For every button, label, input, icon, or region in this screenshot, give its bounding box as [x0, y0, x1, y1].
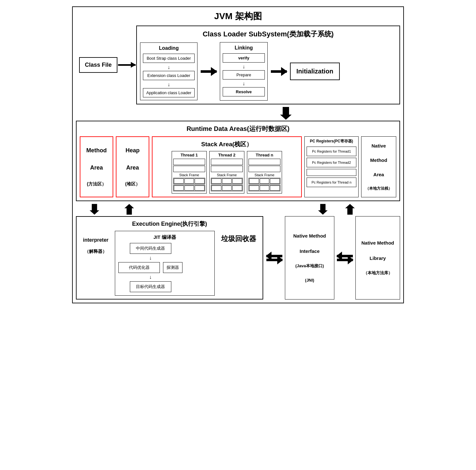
jit-item-2: 代码优化器	[118, 262, 160, 273]
pc-item-spacer	[307, 169, 356, 176]
heap-area-box: Heap Area (堆区）	[116, 136, 149, 197]
loading-title: Loading	[143, 45, 195, 51]
pc-down-arrow	[318, 204, 328, 215]
classloader-section: Class Loader SubSystem(类加载子系统) Loading B…	[136, 26, 400, 104]
thread-n-label: Thread n	[249, 153, 280, 157]
probe-box: 探测器	[163, 262, 182, 273]
execution-title: Execution Engine(执行引擎)	[80, 220, 259, 228]
runtime-title: Runtime Data Areas(运行时数据区)	[80, 125, 396, 133]
pc-registers-box: PC Registers(PC寄存器) Pc Registers for Thr…	[304, 136, 359, 197]
execution-section: Execution Engine(执行引擎) interpreter （解释器）…	[76, 216, 263, 299]
native-interface-box: Native Method Interface (Java本地接口) (JNI)	[285, 216, 334, 299]
stack-frame-1: Stack Frame	[173, 173, 205, 177]
linking-box: Linking verify ↓ Prepare ↓ Resolve	[220, 42, 268, 101]
init-box: Initialization	[290, 63, 340, 80]
linking-to-init-arrow	[271, 70, 287, 73]
runtime-section: Runtime Data Areas(运行时数据区) Method Area (…	[76, 121, 400, 201]
pc-item-2: Pc Registers for Thread2	[307, 158, 356, 167]
heap-area-up-arrow	[124, 204, 134, 215]
thread-1-col: Thread 1 Stack Frame	[172, 151, 207, 193]
method-area-box: Method Area (方法区）	[80, 136, 113, 197]
jit-title: JIT 编译器	[118, 234, 211, 240]
resolve-item: Resolve	[223, 87, 265, 96]
jit-item-3: 目标代码生成器	[130, 281, 171, 292]
interpreter-box: interpreter （解释器）	[80, 231, 112, 261]
stack-title: Stack Area(栈区）	[156, 140, 298, 148]
svg-marker-1	[90, 204, 99, 215]
application-loader: Application class Loader	[143, 88, 195, 97]
classloader-to-runtime-arrow	[172, 107, 400, 120]
native-library-box: Native Method Library （本地方法库）	[355, 216, 400, 299]
linking-title: Linking	[223, 45, 265, 51]
thread-2-label: Thread 2	[211, 153, 243, 157]
verify-item: verify	[223, 53, 265, 63]
stack-frame-n: Stack Frame	[249, 173, 280, 177]
native-up-arrow	[345, 204, 355, 215]
thread-n-col: Thread n Stack Frame	[247, 151, 282, 193]
extension-loader: Extension class Loader	[143, 71, 195, 80]
classloader-title: Class Loader SubSystem(类加载子系统)	[140, 29, 396, 39]
loading-box: Loading Boot Strap class Loader ↓ Extens…	[140, 42, 197, 100]
classfile-label: Class File	[79, 57, 117, 73]
thread-1-label: Thread 1	[173, 153, 205, 157]
jit-item-1: 中间代码生成器	[130, 243, 171, 254]
stack-area-box: Stack Area(栈区） Thread 1 Stack Frame	[152, 136, 302, 197]
jit-section: JIT 编译器 中间代码生成器 ↓ 代码优化器 探测器 ↓ 目标代码生成器	[115, 231, 215, 296]
page-title: JVM 架构图	[76, 10, 400, 22]
bootstrap-loader: Boot Strap class Loader	[143, 54, 195, 63]
svg-marker-4	[345, 204, 355, 215]
pc-title: PC Registers(PC寄存器)	[307, 139, 356, 144]
loading-to-linking-arrow	[201, 70, 217, 73]
garbage-box: 垃圾回收器	[218, 231, 259, 247]
pc-item-1: Pc Registers for Thread1	[307, 147, 356, 156]
svg-marker-0	[280, 107, 292, 120]
pc-item-3: Pc Registers for Thread n	[307, 178, 356, 187]
thread-2-col: Thread 2 Stack Frame	[209, 151, 244, 193]
method-area-down-arrow	[90, 204, 99, 215]
prepare-item: Prepare	[223, 70, 265, 80]
native-method-area-box: Native Method Area （本地方法栈）	[361, 136, 396, 197]
svg-marker-3	[318, 204, 328, 215]
stack-frame-2: Stack Frame	[211, 173, 243, 177]
svg-marker-2	[124, 204, 134, 215]
